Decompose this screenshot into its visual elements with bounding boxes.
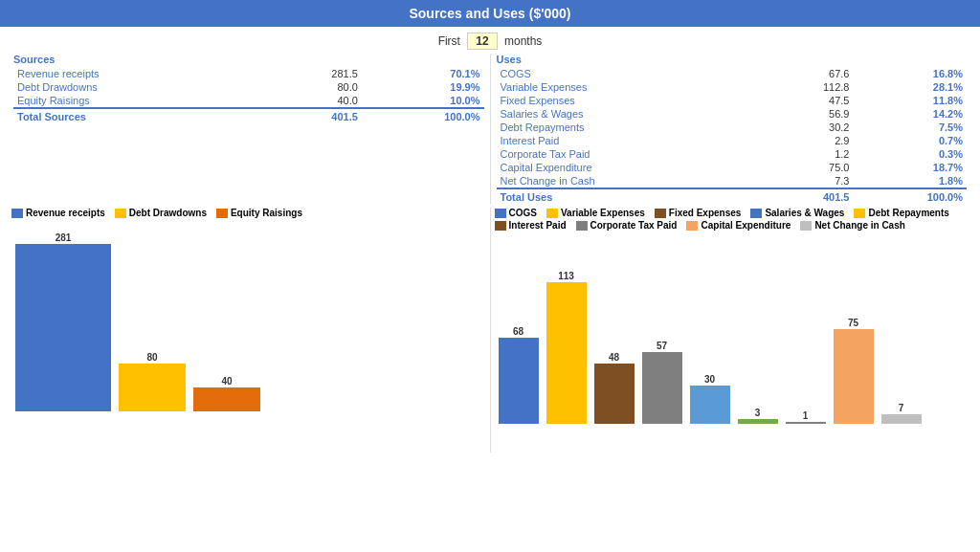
use-value: 47.5 (765, 94, 854, 107)
bar-group: 68 (499, 326, 539, 424)
page-title: Sources and Uses ($'000) (0, 0, 980, 27)
uses-bar-chart: 68 113 48 57 30 3 1 75 7 (495, 234, 969, 426)
legend-item: Debt Drawdowns (115, 208, 207, 218)
legend-item: Equity Raisings (216, 208, 302, 218)
bar-value: 48 (609, 352, 619, 363)
legend-item: Debt Repayments (854, 208, 948, 218)
sources-bar-chart: 281 80 40 (11, 222, 486, 413)
bar-group: 75 (834, 318, 874, 424)
bar-group: 30 (690, 374, 730, 424)
legend-item: Revenue receipts (11, 208, 105, 218)
use-value: 75.0 (765, 161, 854, 174)
bar-group: 113 (546, 271, 587, 424)
table-row: Debt Repayments 30.2 7.5% (497, 121, 968, 134)
use-pct: 18.7% (853, 161, 967, 174)
use-pct: 0.7% (853, 134, 967, 147)
legend-item: Net Change in Cash (800, 220, 904, 231)
use-pct: 14.2% (853, 107, 967, 121)
table-row: Variable Expenses 112.8 28.1% (497, 80, 968, 94)
uses-table: COGS 67.6 16.8% Variable Expenses 112.8 … (497, 67, 968, 204)
table-row: Equity Raisings 40.0 10.0% (13, 94, 484, 108)
use-value: 67.6 (765, 67, 854, 80)
bar-rect (119, 364, 186, 411)
source-label: Revenue receipts (13, 67, 266, 80)
bar-value: 57 (657, 341, 667, 351)
bar-group: 1 (786, 410, 826, 424)
use-label: Variable Expenses (497, 80, 765, 94)
legend-item: COGS (495, 208, 537, 218)
source-pct: 19.9% (362, 80, 484, 94)
bar-rect (546, 282, 587, 424)
bar-group: 7 (881, 403, 922, 424)
bar-value: 30 (704, 374, 715, 385)
bar-value: 281 (56, 232, 72, 243)
bar-rect (594, 364, 635, 424)
charts-area: Revenue receiptsDebt DrawdownsEquity Rai… (0, 204, 980, 453)
use-label: Fixed Expenses (497, 94, 765, 107)
bar-value: 1 (803, 410, 809, 421)
table-row: Debt Drawdowns 80.0 19.9% (13, 80, 484, 94)
sources-table: Revenue receipts 281.5 70.1% Debt Drawdo… (13, 67, 484, 123)
bar-rect (690, 386, 730, 424)
use-label: Interest Paid (497, 134, 765, 147)
legend-item: Corporate Tax Paid (576, 220, 678, 231)
period-label-first: First (438, 34, 460, 48)
table-row: Salaries & Wages 56.9 14.2% (497, 107, 968, 121)
bar-value: 3 (755, 408, 761, 418)
sources-header: Sources (13, 54, 484, 65)
table-row: Revenue receipts 281.5 70.1% (13, 67, 484, 80)
bar-value: 75 (848, 318, 858, 328)
use-label: Capital Expenditure (497, 161, 765, 174)
bar-group: 40 (193, 376, 260, 411)
bar-value: 80 (146, 352, 157, 363)
uses-chart-panel: COGSVariable ExpensesFixed ExpensesSalar… (491, 208, 973, 453)
legend-item: Salaries & Wages (750, 208, 844, 218)
sources-chart-panel: Revenue receiptsDebt DrawdownsEquity Rai… (8, 208, 490, 453)
period-row: First 12 months (0, 27, 980, 54)
use-value: 7.3 (765, 174, 854, 188)
bar-rect (738, 419, 778, 424)
period-label-months: months (504, 34, 542, 48)
table-row: Capital Expenditure 75.0 18.7% (497, 161, 968, 174)
bar-value: 113 (558, 271, 574, 281)
use-pct: 7.5% (853, 121, 967, 134)
bar-value: 40 (221, 376, 232, 386)
sources-total-pct: 100.0% (362, 108, 484, 123)
use-pct: 28.1% (853, 80, 967, 94)
source-value: 80.0 (266, 80, 362, 94)
bar-rect (193, 387, 260, 411)
bar-group: 3 (738, 408, 778, 424)
bar-value: 68 (513, 326, 523, 337)
bar-rect (499, 338, 539, 424)
sources-total-label: Total Sources (13, 108, 266, 123)
bar-group: 48 (594, 352, 635, 424)
bar-rect (15, 244, 111, 411)
uses-total-value: 401.5 (765, 188, 854, 204)
source-pct: 10.0% (362, 94, 484, 108)
use-value: 112.8 (765, 80, 854, 94)
use-value: 2.9 (765, 134, 854, 147)
source-value: 40.0 (266, 94, 362, 108)
table-row: COGS 67.6 16.8% (497, 67, 968, 80)
legend-item: Capital Expenditure (686, 220, 791, 231)
use-pct: 16.8% (853, 67, 967, 80)
period-value-box[interactable]: 12 (467, 33, 497, 50)
bar-group: 281 (15, 232, 111, 411)
use-pct: 0.3% (853, 147, 967, 161)
source-label: Equity Raisings (13, 94, 266, 108)
bar-rect (834, 329, 874, 424)
legend-item: Fixed Expenses (655, 208, 742, 218)
use-pct: 1.8% (853, 174, 967, 188)
table-row: Fixed Expenses 47.5 11.8% (497, 94, 968, 107)
uses-legend: COGSVariable ExpensesFixed ExpensesSalar… (495, 208, 964, 231)
bar-rect (642, 352, 682, 424)
bar-group: 80 (119, 352, 186, 411)
use-label: Corporate Tax Paid (497, 147, 765, 161)
use-label: Debt Repayments (497, 121, 765, 134)
use-pct: 11.8% (853, 94, 967, 107)
legend-item: Interest Paid (495, 220, 567, 231)
source-pct: 70.1% (362, 67, 484, 80)
use-label: Salaries & Wages (497, 107, 765, 121)
uses-total-label: Total Uses (497, 188, 765, 204)
use-value: 1.2 (765, 147, 854, 161)
